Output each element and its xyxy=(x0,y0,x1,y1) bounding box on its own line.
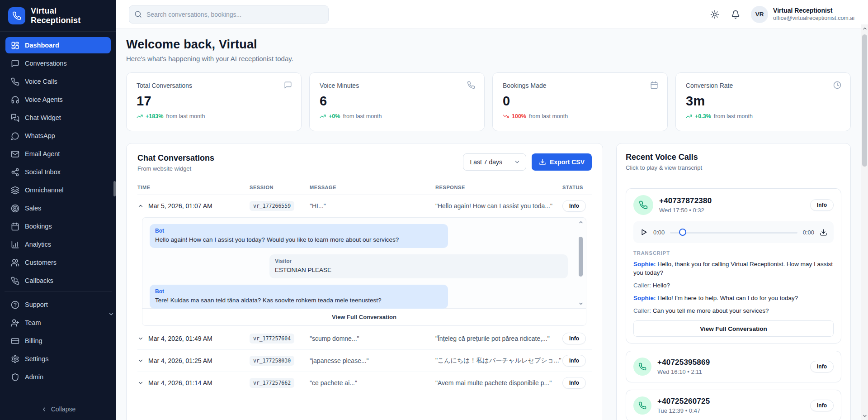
scroll-down-icon[interactable] xyxy=(862,413,868,419)
stat-delta-suffix: from last month xyxy=(343,113,382,119)
info-button[interactable]: Info xyxy=(810,199,834,211)
stat-delta-value: +0.3% xyxy=(695,113,711,119)
info-button[interactable]: Info xyxy=(810,361,834,372)
view-full-conversation-link[interactable]: View Full Conversation xyxy=(142,308,586,325)
sidebar-item-analytics[interactable]: Analytics xyxy=(5,236,111,253)
sidebar-item-label: Analytics xyxy=(25,241,51,248)
sender-label: Bot xyxy=(155,288,443,295)
info-button[interactable]: Info xyxy=(562,355,586,367)
sidebar-item-admin[interactable]: Admin xyxy=(5,369,111,385)
sidebar-item-label: Customers xyxy=(25,259,57,266)
download-recording-button[interactable] xyxy=(820,229,827,236)
table-row[interactable]: Mar 4, 2026, 01:14 AM vr_177257662 "ce p… xyxy=(137,372,592,394)
sidebar-item-social-inbox[interactable]: Social Inbox xyxy=(5,164,111,180)
page-subtitle: Here's what's happening with your AI rec… xyxy=(126,54,851,64)
voice-call-card[interactable]: +40725260725 Tue 12:39 • 0:47 Info xyxy=(626,390,841,420)
call-number: +40737872380 xyxy=(659,196,712,205)
sidebar-item-chat-widget[interactable]: Chat Widget xyxy=(5,110,111,126)
message-text: Tere! Kuidas ma saan teid täna aidata? K… xyxy=(155,296,443,305)
mail-icon xyxy=(11,150,19,158)
user-menu[interactable]: VR Virtual Receptionist office@virtualre… xyxy=(751,6,854,23)
sidebar-scroll-down-icon[interactable] xyxy=(108,311,114,317)
sidebar-item-label: Settings xyxy=(25,355,48,363)
stat-title: Voice Minutes xyxy=(320,82,474,89)
clock-icon xyxy=(833,81,841,89)
sidebar-item-support[interactable]: Support xyxy=(5,296,111,313)
table-row-partial xyxy=(137,394,592,401)
sidebar-item-voice-calls[interactable]: Voice Calls xyxy=(5,73,111,90)
chevron-down-icon[interactable] xyxy=(137,358,144,364)
message-text: ESTONIAN PLEASE xyxy=(275,266,562,274)
info-button[interactable]: Info xyxy=(562,333,586,344)
whatsapp-icon xyxy=(11,132,19,140)
row-response: "こんにちは！私はバーチャルレセプショ..." xyxy=(435,357,562,365)
scroll-down-icon[interactable] xyxy=(578,301,584,306)
sidebar-item-bookings[interactable]: Bookings xyxy=(5,218,111,234)
sidebar-item-whatsapp[interactable]: WhatsApp xyxy=(5,128,111,144)
trending-down-icon xyxy=(503,113,509,119)
voice-panel-title: Recent Voice Calls xyxy=(626,153,841,162)
session-badge: vr_177266559 xyxy=(250,201,294,211)
sidebar-item-dashboard[interactable]: Dashboard xyxy=(5,37,111,53)
column-session: SESSION xyxy=(250,185,310,190)
date-range-select[interactable]: Last 7 days xyxy=(463,153,526,171)
sidebar-item-sales[interactable]: Sales xyxy=(5,200,111,216)
sidebar-item-settings[interactable]: Settings xyxy=(5,351,111,367)
notifications-button[interactable] xyxy=(730,9,741,20)
info-button[interactable]: Info xyxy=(562,377,586,389)
view-full-conversation-button[interactable]: View Full Conversation xyxy=(633,320,834,337)
sidebar-item-team[interactable]: Team xyxy=(5,315,111,331)
chat-conversations-panel: Chat Conversations From website widget L… xyxy=(126,143,603,420)
stat-card-conversion-rate: Conversion Rate 3m +0.3% from last month xyxy=(675,72,851,131)
sidebar-item-billing[interactable]: Billing xyxy=(5,333,111,349)
sidebar-item-customers[interactable]: Customers xyxy=(5,254,111,271)
phone-green-icon xyxy=(633,195,653,215)
slider-thumb[interactable] xyxy=(679,229,686,236)
row-time: Mar 4, 2026, 01:14 AM xyxy=(148,379,212,387)
chevron-down-icon[interactable] xyxy=(137,335,144,342)
stat-card-total-conversations: Total Conversations 17 +183% from last m… xyxy=(126,72,302,131)
sidebar-scrollbar-thumb[interactable] xyxy=(113,181,116,196)
slider-track xyxy=(670,232,797,234)
sidebar-item-voice-agents[interactable]: Voice Agents xyxy=(5,91,111,108)
chevron-down-icon[interactable] xyxy=(137,380,144,386)
scroll-up-icon[interactable] xyxy=(862,26,868,31)
window-scrollbar-thumb[interactable] xyxy=(862,34,867,167)
sender-label: Bot xyxy=(155,227,443,234)
sidebar-item-label: Callbacks xyxy=(25,277,53,284)
column-message: MESSAGE xyxy=(310,185,435,190)
scroll-up-icon[interactable] xyxy=(578,220,584,225)
transcript-line: Sophie: Hello, thank you for calling Vir… xyxy=(633,260,834,277)
column-response: RESPONSE xyxy=(435,185,562,190)
transcript-line: Caller: Can you tell me more about your … xyxy=(633,306,834,315)
voice-call-card[interactable]: +40737872380 Wed 17:50 • 0:32 Info 0:00 … xyxy=(626,188,841,344)
chat-scrollbar[interactable] xyxy=(578,220,584,306)
info-button[interactable]: Info xyxy=(810,400,834,411)
theme-toggle-button[interactable] xyxy=(709,9,720,20)
table-row[interactable]: Mar 4, 2026, 01:25 AM vr_177258030 "japa… xyxy=(137,350,592,372)
sidebar-item-email-agent[interactable]: Email Agent xyxy=(5,146,111,162)
sidebar-item-label: Team xyxy=(25,319,41,326)
window-scrollbar[interactable] xyxy=(861,24,868,420)
table-row[interactable]: Mar 5, 2026, 01:07 AM vr_177266559 "HI..… xyxy=(137,195,592,217)
sidebar-item-omnichannel[interactable]: Omnichannel xyxy=(5,182,111,198)
info-button[interactable]: Info xyxy=(562,200,586,212)
phone-green-icon xyxy=(633,358,651,376)
trending-up-icon xyxy=(686,113,692,119)
play-button[interactable] xyxy=(640,228,648,236)
sidebar-item-conversations[interactable]: Conversations xyxy=(5,55,111,72)
collapse-sidebar-button[interactable]: Collapse xyxy=(0,399,116,420)
main-content: Welcome back, Virtual Here's what's happ… xyxy=(116,29,861,420)
sidebar-item-callbacks[interactable]: Callbacks xyxy=(5,272,111,289)
export-csv-button[interactable]: Export CSV xyxy=(532,153,592,171)
calendar-icon xyxy=(650,81,658,89)
row-response: "Hello again! How can I assist you toda.… xyxy=(435,202,562,210)
chat-scrollbar-thumb[interactable] xyxy=(579,237,583,277)
audio-seek-slider[interactable] xyxy=(670,229,797,236)
speaker-label: Sophie: xyxy=(633,261,656,267)
stat-value: 0 xyxy=(503,94,657,109)
search-input[interactable] xyxy=(129,5,329,24)
voice-call-card[interactable]: +40725395869 Wed 16:10 • 2:11 Info xyxy=(626,351,841,382)
table-row[interactable]: Mar 4, 2026, 01:49 AM vr_177257604 "scum… xyxy=(137,328,592,350)
chevron-up-icon[interactable] xyxy=(137,203,144,209)
